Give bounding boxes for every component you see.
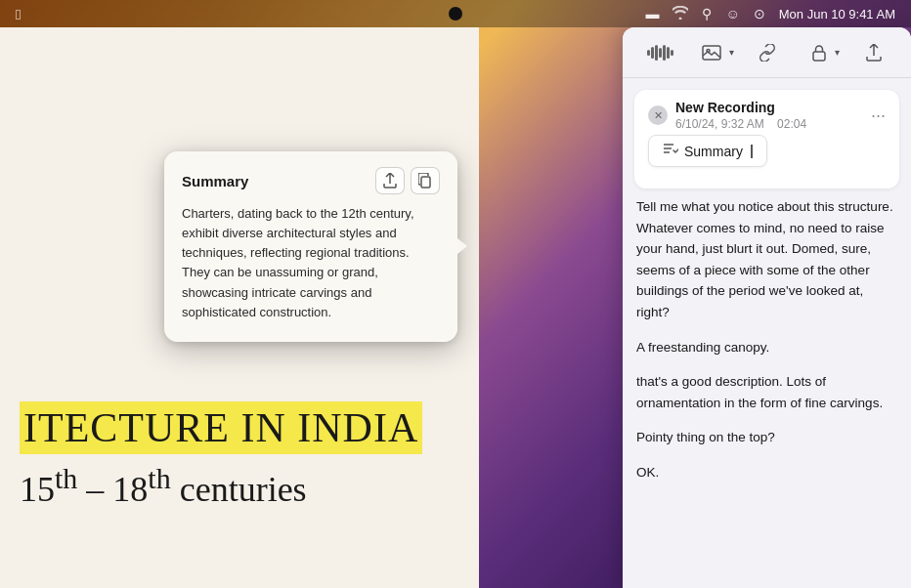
notebook-highlight: ITECTURE IN INDIA	[20, 401, 422, 454]
user-icon[interactable]: ☺	[725, 6, 739, 21]
summary-popup-title: Summary	[182, 173, 248, 189]
recording-date: 6/10/24, 9:32 AM	[675, 117, 764, 131]
notebook-content: ITECTURE IN INDIA 15th – 18th centuries	[20, 401, 459, 510]
summary-popup-header: Summary	[182, 167, 440, 194]
lock-toolbar-button[interactable]	[802, 35, 837, 70]
transcript-paragraph-1: Tell me what you notice about this struc…	[636, 196, 897, 323]
recording-duration: 02:04	[777, 117, 806, 131]
control-center-icon[interactable]: ⊙	[754, 6, 765, 21]
summary-share-button[interactable]	[375, 167, 405, 194]
menu-bar-clock: Mon Jun 10 9:41 AM	[779, 7, 895, 21]
summary-popup-text: Charters, dating back to the 12th centur…	[182, 204, 440, 322]
transcript-paragraph-5: OK.	[636, 462, 897, 483]
summary-copy-button[interactable]	[411, 167, 440, 194]
recording-title: New Recording	[675, 100, 871, 115]
recording-item: ✕ New Recording 6/10/24, 9:32 AM 02:04 ·…	[634, 90, 899, 189]
summary-button-label: Summary	[684, 144, 743, 159]
recording-meta: 6/10/24, 9:32 AM 02:04	[675, 117, 871, 131]
svg-rect-0	[421, 177, 430, 188]
search-icon[interactable]: ⚲	[702, 6, 712, 21]
transcript-paragraph-2: A freestanding canopy.	[636, 337, 897, 358]
apple-menu[interactable]: 	[16, 6, 21, 22]
camera-notch	[449, 7, 462, 21]
transcript-text: Tell me what you notice about this struc…	[636, 196, 897, 483]
summary-btn-icon	[663, 143, 678, 159]
summary-popup-actions	[375, 167, 440, 194]
wifi-icon	[672, 6, 688, 22]
battery-icon: ▬	[645, 6, 659, 21]
media-toolbar-group: ▾	[694, 35, 734, 70]
lock-toolbar-group: ▾	[802, 35, 840, 70]
transcript-area[interactable]: Tell me what you notice about this struc…	[623, 196, 911, 588]
recording-info: New Recording 6/10/24, 9:32 AM 02:04	[675, 100, 871, 131]
waveform-icon	[647, 44, 673, 62]
transcript-paragraph-3: that's a good description. Lots of ornam…	[636, 371, 897, 413]
recording-more-button[interactable]: ···	[871, 106, 886, 124]
notebook-line1: ITECTURE IN INDIA	[20, 401, 459, 454]
recording-close-button[interactable]: ✕	[648, 105, 668, 125]
menu-bar-right: ▬ ⚲ ☺ ⊙ Mon Jun 10 9:41 AM	[645, 6, 895, 22]
summary-generate-button[interactable]: Summary	[648, 135, 767, 167]
menu-bar-left: 	[16, 6, 28, 22]
notebook-line2: 15th – 18th centuries	[20, 462, 459, 510]
transcript-paragraph-4: Pointy thing on the top?	[636, 427, 897, 448]
svg-rect-3	[813, 52, 825, 61]
cursor	[751, 145, 753, 158]
media-toolbar-button[interactable]	[694, 35, 729, 70]
voice-panel: ▾ ▾ ✕	[623, 27, 911, 588]
link-toolbar-button[interactable]	[750, 35, 785, 70]
share-toolbar-button[interactable]	[856, 35, 891, 70]
voice-panel-toolbar: ▾ ▾	[623, 27, 911, 78]
summary-popup: Summary Charters, dating back to the 12t…	[164, 151, 457, 342]
waveform-toolbar-button[interactable]	[642, 35, 677, 70]
recording-item-header: ✕ New Recording 6/10/24, 9:32 AM 02:04 ·…	[648, 100, 886, 131]
